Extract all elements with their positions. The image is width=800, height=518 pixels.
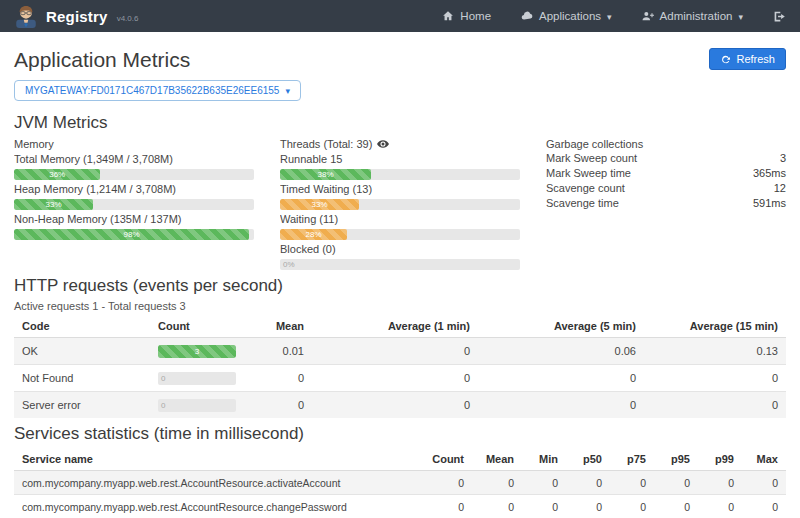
http-value-cell: 0	[312, 392, 478, 419]
brand[interactable]: Registry v4.0.6	[14, 3, 138, 29]
nav-item-home[interactable]: Home	[442, 10, 491, 22]
http-requests-table: CodeCountMeanAverage (1 min)Average (5 m…	[14, 315, 786, 418]
refresh-button[interactable]: Refresh	[709, 48, 786, 70]
gc-row: Scavenge time591ms	[546, 196, 786, 211]
refresh-button-label: Refresh	[736, 53, 775, 65]
services-column-header: p50	[566, 448, 610, 471]
progress-label: 28%	[280, 229, 347, 240]
home-icon	[442, 10, 454, 22]
eye-icon[interactable]	[377, 140, 389, 148]
gc-label: Mark Sweep count	[546, 151, 637, 166]
services-table-row: com.mycompany.myapp.web.rest.AccountReso…	[14, 471, 786, 495]
threads-title: Threads (Total: 39)	[280, 137, 520, 151]
http-value-cell: 0	[644, 365, 786, 392]
http-requests-heading: HTTP requests (events per second)	[14, 276, 786, 296]
http-column-header: Average (1 min)	[312, 315, 478, 338]
progress-track: 28%	[280, 229, 520, 240]
progress-track: 33%	[280, 199, 520, 210]
progress-track: 3	[158, 345, 236, 358]
sign-out-button[interactable]	[773, 10, 786, 23]
service-value-cell: 0	[420, 471, 472, 495]
progress-label: 0	[158, 372, 236, 385]
service-value-cell: 0	[698, 471, 742, 495]
threads-column: Threads (Total: 39) Runnable 1538%Timed …	[280, 137, 520, 272]
http-value-cell: 0	[478, 392, 644, 419]
http-count-cell: 0	[150, 365, 260, 392]
service-value-cell: 0	[742, 471, 786, 495]
http-value-cell: 0	[260, 365, 312, 392]
progress-track: 98%	[14, 229, 254, 240]
progress-label: 36%	[14, 169, 100, 180]
threads-title-label: Threads (Total: 39)	[280, 137, 372, 151]
service-value-cell: 0	[610, 495, 654, 518]
service-name-cell: com.mycompany.myapp.web.rest.AccountReso…	[14, 471, 420, 495]
services-column-header: p95	[654, 448, 698, 471]
memory-bars: Total Memory (1,349M / 3,708M)36%Heap Me…	[14, 152, 254, 240]
http-column-header: Code	[14, 315, 150, 338]
http-column-header: Average (5 min)	[478, 315, 644, 338]
progress-track: 33%	[14, 199, 254, 210]
gc-column: Garbage collections Mark Sweep count3Mar…	[546, 137, 786, 272]
jvm-metrics-heading: JVM Metrics	[14, 113, 786, 133]
service-value-cell: 0	[472, 471, 522, 495]
http-table-row: OK30.0100.060.13	[14, 338, 786, 365]
gc-rows: Mark Sweep count3Mark Sweep time365msSca…	[546, 151, 786, 211]
gc-value: 365ms	[753, 166, 786, 181]
http-code-cell: OK	[14, 338, 150, 365]
gc-label: Scavenge count	[546, 181, 625, 196]
thread-bars: Runnable 1538%Timed Waiting (13)33%Waiti…	[280, 152, 520, 270]
http-table-row: Not Found00000	[14, 365, 786, 392]
user-plus-icon	[642, 10, 654, 22]
http-code-cell: Server error	[14, 392, 150, 419]
gc-row: Scavenge count12	[546, 181, 786, 196]
services-statistics-table: Service nameCountMeanMinp50p75p95p99Max …	[14, 448, 786, 518]
brand-name: Registry	[46, 8, 108, 25]
progress-track: 38%	[280, 169, 520, 180]
metric-label: Timed Waiting (13)	[280, 182, 520, 196]
metric-label: Waiting (11)	[280, 212, 520, 226]
memory-column: Memory Total Memory (1,349M / 3,708M)36%…	[14, 137, 254, 272]
http-value-cell: 0.06	[478, 338, 644, 365]
gc-title: Garbage collections	[546, 137, 786, 151]
gc-label: Mark Sweep time	[546, 166, 631, 181]
http-column-header: Mean	[260, 315, 312, 338]
page-header: Application Metrics Refresh	[14, 48, 786, 72]
nav-menu: HomeApplications▾Administration▾	[442, 10, 786, 23]
http-table-row: Server error00000	[14, 392, 786, 419]
instance-selector-label: MYGATEWAY:FD0171C467D17B35622B635E26EE61…	[25, 85, 279, 96]
nav-item-administration[interactable]: Administration▾	[642, 10, 743, 22]
http-requests-subtitle: Active requests 1 - Total requests 3	[14, 300, 786, 313]
metric-label: Blocked (0)	[280, 242, 520, 256]
progress-label: 3	[158, 345, 236, 358]
gc-value: 3	[780, 151, 786, 166]
service-value-cell: 0	[654, 471, 698, 495]
service-value-cell: 0	[654, 495, 698, 518]
http-column-header: Count	[150, 315, 260, 338]
service-value-cell: 0	[420, 495, 472, 518]
progress-label: 98%	[14, 229, 249, 240]
http-value-cell: 0.01	[260, 338, 312, 365]
nav-item-label: Applications	[539, 10, 601, 22]
jvm-columns: Memory Total Memory (1,349M / 3,708M)36%…	[14, 137, 786, 272]
chevron-down-icon: ▾	[285, 86, 290, 96]
jhipster-logo-icon	[14, 3, 38, 29]
nav-item-label: Administration	[660, 10, 733, 22]
metric-label: Non-Heap Memory (135M / 137M)	[14, 212, 254, 226]
services-column-header: p75	[610, 448, 654, 471]
progress-track: 0	[158, 399, 236, 412]
gc-row: Mark Sweep time365ms	[546, 166, 786, 181]
metric-label: Runnable 15	[280, 152, 520, 166]
service-value-cell: 0	[522, 471, 566, 495]
instance-selector-dropdown[interactable]: MYGATEWAY:FD0171C467D17B35622B635E26EE61…	[14, 80, 301, 101]
service-value-cell: 0	[472, 495, 522, 518]
http-table-header-row: CodeCountMeanAverage (1 min)Average (5 m…	[14, 315, 786, 338]
navbar: Registry v4.0.6 HomeApplications▾Adminis…	[0, 0, 800, 32]
service-value-cell: 0	[698, 495, 742, 518]
chevron-down-icon: ▾	[738, 12, 743, 22]
service-value-cell: 0	[610, 471, 654, 495]
http-value-cell: 0	[478, 365, 644, 392]
http-value-cell: 0.13	[644, 338, 786, 365]
nav-item-applications[interactable]: Applications▾	[521, 10, 612, 22]
service-value-cell: 0	[522, 495, 566, 518]
http-value-cell: 0	[644, 392, 786, 419]
